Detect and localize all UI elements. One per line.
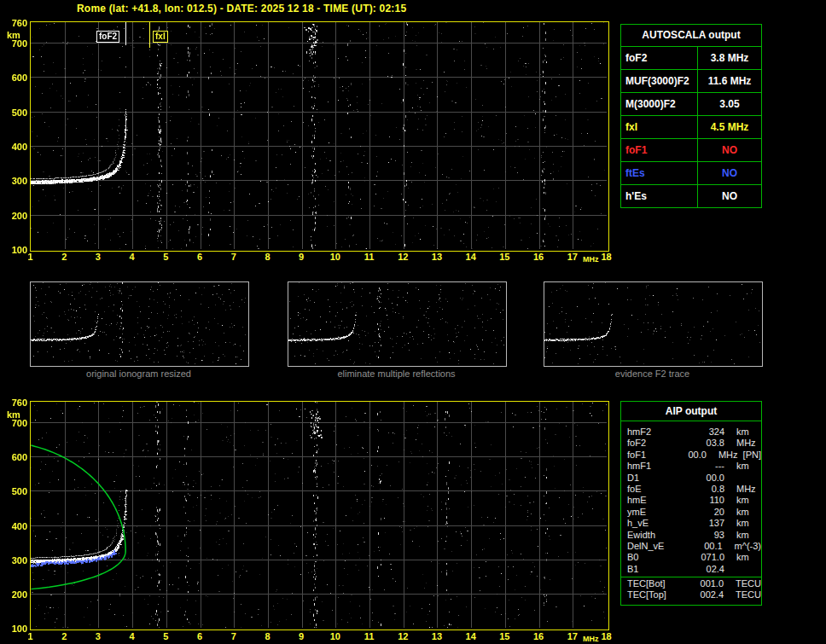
aip-row-b0: B0071.0km [621, 552, 761, 563]
thumbnail-canvas-1 [31, 282, 247, 364]
aip-param-name: hmE [621, 495, 689, 506]
aip-param-name: foF2 [621, 438, 689, 449]
aip-row-hmf1: hmF1---km [621, 461, 761, 472]
aip-row-tec-top: TEC[Top]002.4TECU [621, 589, 761, 600]
autoscala-param-name: h'Es [621, 185, 698, 207]
autoscala-param-name: foF2 [621, 47, 698, 69]
x-axis-label-14: 14 [460, 631, 482, 641]
aip-param-value: 001.0 [688, 578, 724, 589]
aip-param-value: 0.8 [689, 484, 724, 495]
x-axis-label-5: 5 [154, 252, 177, 262]
x-axis-label-16: 16 [527, 631, 550, 641]
autoscala-row-m-3000-f2: M(3000)F23.05 [621, 93, 761, 116]
x-axis-label-8: 8 [256, 631, 278, 641]
page-title: Rome (lat: +41.8, lon: 012.5) - DATE: 20… [77, 3, 406, 15]
aip-param-value: 20 [689, 507, 724, 518]
aip-row-hmf2: hmF2324km [621, 426, 761, 438]
aip-param-name: hmF1 [621, 461, 689, 472]
fof2-marker-line [125, 22, 126, 45]
x-axis-label-16: 16 [527, 252, 550, 262]
aip-row-foe: foE0.8MHz [621, 484, 761, 495]
aip-tec-separator [621, 577, 761, 577]
aip-param-name: h_vE [621, 518, 689, 529]
x-axis-label-12: 12 [392, 631, 414, 641]
x-axis-label-4: 4 [121, 631, 143, 641]
autoscala-param-value: 3.8 MHz [698, 47, 761, 69]
autoscala-row-muf-3000-f2: MUF(3000)F211.6 MHz [621, 70, 761, 93]
aip-row-b1: B102.4 [621, 564, 761, 575]
thumbnail-3 [544, 281, 763, 367]
x-axis-label-7: 7 [223, 631, 245, 641]
aip-param-value: 03.8 [689, 438, 724, 449]
aip-param-unit: km [724, 507, 749, 518]
fxi-marker-label: fxI [153, 31, 168, 43]
aip-table-title: AIP output [621, 402, 761, 421]
x-axis-label-6: 6 [189, 252, 211, 262]
fxi-marker-line [149, 22, 150, 48]
x-axis-label-17: 17 [561, 252, 584, 262]
thumbnail-caption-2: eliminate multiple reflections [288, 368, 505, 379]
x-axis-label-1: 1 [20, 631, 42, 641]
x-axis-label-11: 11 [358, 252, 381, 262]
aip-param-unit: m^(-3) [723, 541, 761, 552]
x-axis-label-9: 9 [290, 631, 312, 641]
aip-table-rows: hmF2324kmfoF203.8MHzfoF100.0MHz [PN]hmF1… [621, 421, 761, 601]
aip-row-yme: ymE20km [621, 507, 761, 518]
x-axis-label-13: 13 [426, 631, 448, 641]
x-axis-label-1: 1 [20, 252, 42, 262]
aip-param-unit: TECU [724, 578, 761, 589]
autoscala-param-value: NO [698, 185, 761, 207]
aip-param-value: 324 [689, 426, 724, 438]
y-axis-label-400: 400 [3, 521, 27, 531]
y-axis-label-700: 700 [3, 38, 27, 49]
aip-param-name: B1 [621, 564, 689, 575]
aip-param-unit: km [724, 552, 749, 563]
x-axis-label-4: 4 [121, 252, 143, 262]
autoscala-param-value: NO [698, 162, 761, 184]
y-axis-label-600: 600 [3, 452, 27, 462]
x-axis-label-11: 11 [358, 631, 381, 641]
y-axis-label-300: 300 [3, 176, 27, 186]
autoscala-row-fxi: fxI4.5 MHz [621, 116, 761, 139]
aip-param-name: D1 [621, 473, 689, 484]
y-axis-label-600: 600 [3, 73, 27, 83]
autoscala-app-screen: Rome (lat: +41.8, lon: 012.5) - DATE: 20… [0, 0, 826, 644]
aip-param-unit [724, 473, 736, 484]
aip-param-unit: km [724, 461, 749, 472]
aip-param-value: 93 [689, 530, 724, 541]
aip-output-table: AIP output hmF2324kmfoF203.8MHzfoF100.0M… [620, 401, 762, 606]
autoscala-param-name: fxI [621, 116, 698, 138]
x-axis-label-10: 10 [324, 631, 346, 641]
autoscala-param-name: M(3000)F2 [621, 93, 698, 115]
aip-param-unit: TECU [724, 589, 761, 600]
y-axis-label-760: 760 [3, 18, 27, 28]
aip-param-value: 02.4 [689, 564, 724, 575]
x-axis-label-3: 3 [87, 252, 109, 262]
aip-param-name: TEC[Top] [621, 589, 688, 600]
thumbnail-1 [30, 281, 249, 367]
autoscala-table-title: AUTOSCALA output [621, 25, 761, 47]
x-axis-label-17: 17 [561, 631, 584, 641]
aip-param-value: 00.0 [678, 450, 707, 461]
fof2-marker-label: foF2 [96, 31, 119, 43]
x-axis-label-8: 8 [256, 252, 278, 262]
y-axis-label-300: 300 [3, 555, 27, 566]
aip-param-value: --- [689, 461, 724, 472]
autoscala-row-fof2: foF23.8 MHz [621, 47, 761, 70]
x-axis-label-5: 5 [154, 631, 177, 641]
aip-param-unit [724, 564, 736, 575]
aip-param-unit: MHz [PN] [707, 450, 761, 461]
top-ionogram-canvas [31, 22, 607, 249]
aip-row-d1: D100.0 [621, 473, 761, 484]
aip-param-unit: MHz [724, 484, 756, 495]
y-axis-label-400: 400 [3, 142, 27, 152]
thumbnail-2 [288, 281, 507, 367]
x-axis-label-14: 14 [460, 252, 482, 262]
autoscala-param-name: MUF(3000)F2 [621, 70, 698, 92]
aip-row-hme: hmE110km [621, 495, 761, 506]
x-axis-label-6: 6 [189, 631, 211, 641]
x-axis-label-15: 15 [493, 631, 515, 641]
aip-param-value: 002.4 [688, 589, 724, 600]
x-axis-label-15: 15 [493, 252, 515, 262]
bottom-ionogram-plot [30, 401, 609, 630]
